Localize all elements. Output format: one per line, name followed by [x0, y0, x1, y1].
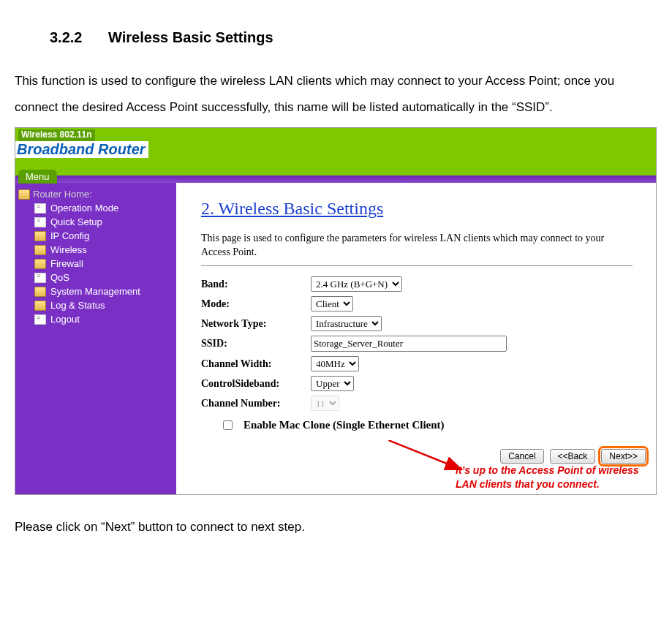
folder-icon — [34, 259, 46, 269]
sidebar-item-system-management[interactable]: System Management — [18, 284, 173, 298]
section-title: Wireless Basic Settings — [108, 29, 273, 45]
tree-root[interactable]: Router Home: — [18, 187, 173, 201]
menu-tree: Router Home: Operation Mode Quick Setup … — [15, 183, 176, 494]
mac-clone-label: Enable Mac Clone (Single Ethernet Client… — [243, 419, 445, 431]
sidebar-item-firewall[interactable]: Firewall — [18, 257, 173, 271]
doc-footer-paragraph: Please click on “Next” button to connect… — [15, 520, 657, 535]
folder-open-icon — [18, 189, 30, 200]
row-channel-width: Channel Width: 40MHz — [201, 356, 649, 371]
svg-line-1 — [388, 440, 461, 469]
channel-number-label: Channel Number: — [201, 398, 311, 409]
row-mac-clone: Enable Mac Clone (Single Ethernet Client… — [220, 418, 649, 432]
sidebar: Menu Router Home: Operation Mode Quick S… — [15, 183, 176, 494]
menu-tab: Menu — [18, 170, 57, 184]
sidebar-item-logout[interactable]: Logout — [18, 312, 173, 326]
router-topbar: Wireless 802.11n Broadband Router — [15, 128, 656, 175]
mac-clone-checkbox[interactable] — [223, 420, 233, 430]
row-ssid: SSID: — [201, 336, 649, 352]
sidebar-item-label: Firewall — [50, 258, 83, 269]
row-network-type: Network Type: Infrastructure — [201, 316, 649, 331]
button-row: Cancel <<Back Next>> — [500, 449, 646, 464]
row-band: Band: 2.4 GHz (B+G+N) — [201, 276, 649, 292]
sidebar-item-label: Logout — [50, 314, 80, 325]
doc-section-heading: 3.2.2 Wireless Basic Settings — [50, 29, 657, 46]
brand-label: Broadband Router — [15, 141, 148, 158]
annotation-text: It’s up to the Access Point of wireless … — [456, 464, 653, 491]
ssid-input[interactable] — [311, 336, 507, 352]
sidebar-item-qos[interactable]: QoS — [18, 271, 173, 284]
router-screenshot: Wireless 802.11n Broadband Router Menu R… — [15, 127, 657, 495]
sidebar-item-log-status[interactable]: Log & Status — [18, 298, 173, 312]
channel-width-select[interactable]: 40MHz — [311, 356, 359, 371]
sidebar-item-label: Log & Status — [50, 300, 105, 311]
step-title: 2. Wireless Basic Settings — [201, 199, 649, 219]
back-button[interactable]: <<Back — [550, 449, 596, 464]
folder-icon — [34, 245, 46, 255]
row-channel-number: Channel Number: 11 — [201, 396, 649, 411]
doc-intro-paragraph: This function is used to configure the w… — [15, 68, 657, 120]
band-select[interactable]: 2.4 GHz (B+G+N) — [311, 276, 402, 292]
sidebar-item-operation-mode[interactable]: Operation Mode — [18, 201, 173, 215]
sidebar-item-label: IP Config — [50, 230, 89, 241]
network-type-select[interactable]: Infrastructure — [311, 316, 382, 331]
cancel-button[interactable]: Cancel — [500, 449, 543, 464]
band-label: Band: — [201, 279, 311, 290]
page-icon — [34, 314, 46, 325]
sidebar-item-wireless[interactable]: Wireless — [18, 243, 173, 257]
sidebar-item-quick-setup[interactable]: Quick Setup — [18, 215, 173, 229]
purple-divider — [15, 175, 656, 183]
ssid-label: SSID: — [201, 338, 311, 350]
sidebar-item-label: QoS — [50, 272, 69, 283]
sidebar-item-ip-config[interactable]: IP Config — [18, 229, 173, 243]
control-sideband-select[interactable]: Upper — [311, 376, 354, 391]
row-control-sideband: ControlSideband: Upper — [201, 376, 649, 391]
sidebar-item-label: Quick Setup — [50, 216, 102, 227]
folder-icon — [34, 301, 46, 311]
topbar-tag: Wireless 802.11n — [18, 129, 95, 141]
folder-icon — [34, 287, 46, 297]
section-number: 3.2.2 — [50, 29, 82, 45]
page-icon — [34, 217, 46, 227]
control-sideband-label: ControlSideband: — [201, 378, 311, 390]
sidebar-item-label: System Management — [50, 286, 140, 297]
row-mode: Mode: Client — [201, 296, 649, 311]
page-icon — [34, 273, 46, 283]
sidebar-item-label: Operation Mode — [50, 203, 118, 214]
channel-width-label: Channel Width: — [201, 358, 311, 370]
step-description: This page is used to configure the param… — [201, 232, 633, 260]
next-button[interactable]: Next>> — [601, 449, 646, 464]
network-type-label: Network Type: — [201, 318, 311, 330]
separator — [201, 265, 633, 266]
page-icon — [34, 203, 46, 214]
folder-icon — [34, 231, 46, 241]
tree-root-label: Router Home: — [33, 189, 92, 200]
mode-select[interactable]: Client — [311, 296, 353, 311]
channel-number-select: 11 — [311, 396, 339, 411]
content-panel: 2. Wireless Basic Settings This page is … — [176, 183, 656, 494]
sidebar-item-label: Wireless — [50, 244, 87, 255]
mode-label: Mode: — [201, 298, 311, 310]
